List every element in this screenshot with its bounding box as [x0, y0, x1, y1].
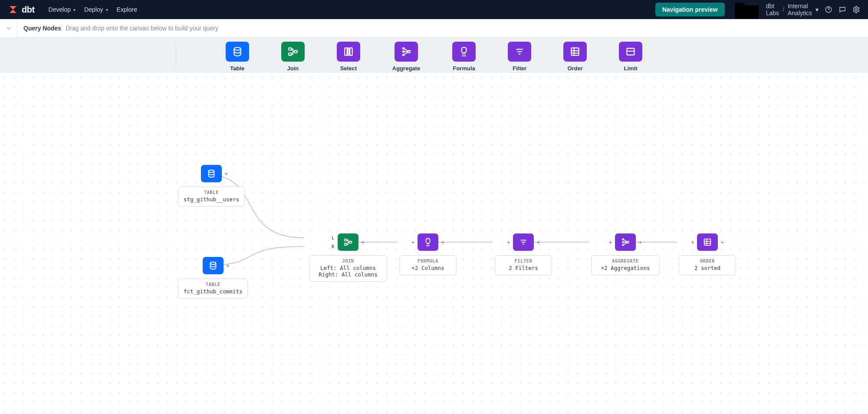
limit-icon — [619, 42, 642, 62]
collapse-toggle[interactable] — [0, 19, 17, 37]
chevron-down-icon: ▾ — [73, 7, 76, 12]
dbt-logo-icon — [8, 4, 18, 15]
palette-table[interactable]: Table — [226, 42, 249, 72]
aggregate-icon — [621, 237, 630, 247]
add-output-port[interactable]: + — [361, 240, 365, 245]
svg-rect-26 — [349, 241, 352, 243]
svg-rect-4 — [289, 53, 292, 55]
join-icon — [343, 237, 353, 247]
svg-point-23 — [210, 262, 216, 265]
filter-icon — [508, 42, 531, 62]
svg-rect-7 — [348, 48, 349, 55]
svg-rect-25 — [345, 243, 347, 246]
canvas-node-aggregate[interactable]: + + AGGREGATE +2 Aggregations — [591, 233, 660, 275]
nav-explore[interactable]: Explore — [117, 6, 137, 13]
utility-icons — [825, 6, 860, 13]
nav-deploy[interactable]: Deploy▾ — [84, 6, 108, 13]
svg-point-9 — [403, 48, 404, 49]
svg-point-31 — [622, 242, 624, 243]
canvas-node-table-commits[interactable]: + TABLE fct_github_commits — [178, 257, 248, 299]
add-input-port[interactable]: + — [609, 240, 612, 245]
canvas-node-filter[interactable]: + + FILTER 2 Filters — [495, 233, 552, 275]
brand-logo[interactable]: dbt — [8, 4, 35, 15]
formula-icon — [452, 42, 476, 62]
palette-filter[interactable]: Filter — [508, 42, 531, 72]
help-icon[interactable] — [825, 6, 832, 13]
node-palette: Table Join Select Aggregate Formula Filt… — [0, 37, 868, 73]
svg-point-32 — [622, 244, 624, 246]
chevron-down-icon — [5, 25, 12, 32]
nav-develop[interactable]: Develop▾ — [49, 6, 76, 13]
order-icon — [563, 42, 587, 62]
palette-select[interactable]: Select — [337, 42, 360, 72]
palette-order[interactable]: Order — [563, 42, 587, 72]
org-name: dbt Labs — [766, 3, 779, 16]
panel-hint: Drag and drop onto the canvas below to b… — [66, 25, 218, 32]
table-icon — [226, 42, 249, 62]
svg-point-11 — [403, 54, 404, 56]
navigation-preview-button[interactable]: Navigation preview — [655, 3, 725, 16]
canvas-node-table-users[interactable]: + TABLE stg_github__users — [178, 165, 245, 207]
svg-point-2 — [234, 47, 240, 50]
canvas-node-join[interactable]: LR + JOIN Left: All columns Right: All c… — [309, 233, 387, 282]
add-input-port[interactable]: + — [691, 240, 694, 245]
palette-formula[interactable]: Formula — [452, 42, 476, 72]
canvas-node-formula[interactable]: + + FORMULA +2 Columns — [399, 233, 457, 275]
svg-point-10 — [403, 51, 404, 52]
add-output-port[interactable]: + — [224, 171, 228, 177]
formula-icon — [423, 237, 433, 247]
svg-rect-16 — [571, 48, 579, 55]
palette-divider — [176, 43, 176, 67]
svg-rect-6 — [345, 48, 347, 55]
svg-point-22 — [209, 170, 214, 173]
brand-text: dbt — [22, 5, 35, 15]
canvas-node-order[interactable]: + + ORDER 2 sorted — [679, 233, 736, 275]
svg-rect-24 — [345, 239, 347, 241]
chat-icon[interactable] — [838, 6, 846, 13]
table-icon — [208, 261, 218, 270]
table-icon — [207, 169, 216, 178]
add-output-port[interactable]: + — [441, 240, 444, 245]
svg-rect-34 — [704, 239, 711, 246]
settings-icon[interactable] — [852, 6, 860, 13]
svg-point-33 — [627, 241, 629, 243]
top-nav: dbt Develop▾ Deploy▾ Explore Navigation … — [0, 0, 868, 19]
chevron-down-icon: ▾ — [106, 7, 108, 12]
add-output-port[interactable]: + — [720, 240, 724, 245]
filter-icon — [519, 237, 528, 247]
order-icon — [703, 237, 712, 247]
svg-point-1 — [855, 9, 858, 11]
project-name: Internal Analytics — [788, 3, 812, 16]
add-input-port[interactable]: + — [507, 240, 510, 245]
svg-point-30 — [622, 239, 624, 240]
add-input-port[interactable]: + — [411, 240, 415, 245]
chevron-down-icon: ▾ — [815, 6, 819, 13]
svg-rect-3 — [289, 48, 292, 50]
add-output-port[interactable]: + — [536, 240, 540, 245]
palette-join[interactable]: Join — [281, 42, 305, 72]
query-canvas[interactable]: + TABLE stg_github__users + TABLE fct_gi… — [0, 73, 868, 414]
svg-rect-8 — [350, 48, 352, 55]
add-output-port[interactable]: + — [638, 240, 642, 245]
query-nodes-header: Query Nodes Drag and drop onto the canva… — [0, 19, 868, 37]
svg-point-12 — [408, 50, 410, 53]
add-output-port[interactable]: + — [226, 263, 230, 269]
select-icon — [337, 42, 360, 62]
join-icon — [281, 42, 305, 62]
primary-nav: Develop▾ Deploy▾ Explore — [49, 6, 137, 13]
svg-rect-5 — [294, 50, 297, 53]
panel-title: Query Nodes — [23, 25, 61, 32]
palette-limit[interactable]: Limit — [619, 42, 642, 72]
palette-aggregate[interactable]: Aggregate — [392, 42, 420, 72]
aggregate-icon — [395, 42, 418, 62]
